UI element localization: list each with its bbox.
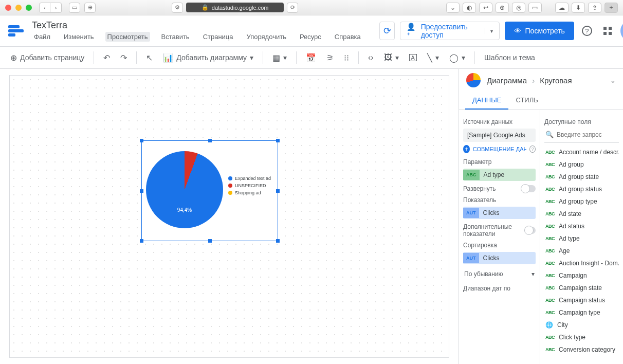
field-item[interactable]: ABCClick type xyxy=(544,331,619,343)
resize-handle[interactable] xyxy=(140,189,143,193)
field-name: Ad group state xyxy=(559,173,599,180)
expand-toggle[interactable] xyxy=(521,185,536,192)
extra-metrics-toggle[interactable] xyxy=(525,227,536,234)
undo-button[interactable]: ↶ xyxy=(99,49,114,66)
ext-2[interactable]: ↩ xyxy=(479,3,492,13)
filter-control[interactable]: ⚞ xyxy=(322,49,338,66)
date-control[interactable]: 📅 xyxy=(302,49,320,66)
data-source-chip[interactable]: [Sample] Google Ads xyxy=(463,129,536,142)
field-item[interactable]: ABCAd state xyxy=(544,208,619,220)
ext-3[interactable]: ⊕ xyxy=(496,3,509,13)
section-param: Параметр xyxy=(463,158,536,166)
menu-help[interactable]: Справка xyxy=(333,32,363,42)
resize-handle[interactable] xyxy=(276,239,280,243)
theme-button[interactable]: Шаблон и тема xyxy=(480,49,539,66)
resize-handle[interactable] xyxy=(276,139,280,142)
menu-insert[interactable]: Вставить xyxy=(159,32,192,42)
newtab-icon[interactable]: ＋ xyxy=(604,3,618,13)
close-window[interactable] xyxy=(5,5,11,11)
sort-direction-dropdown[interactable]: По убыванию ▾ xyxy=(463,267,536,281)
text-button[interactable]: A xyxy=(405,49,421,66)
app-logo[interactable] xyxy=(8,22,24,40)
maximize-window[interactable] xyxy=(26,5,32,11)
reader-button[interactable]: ⊕ xyxy=(84,3,96,13)
share-dropdown-icon[interactable]: ▾ xyxy=(485,28,493,34)
tab-data[interactable]: ДАННЫЕ xyxy=(465,92,508,110)
download-icon[interactable]: ⬇ xyxy=(572,3,585,13)
section-date: Диапазон дат по xyxy=(463,285,536,292)
data-control[interactable]: ⁝⁝ xyxy=(340,49,353,66)
menu-page[interactable]: Страница xyxy=(201,32,235,42)
view-button[interactable]: 👁 Посмотреть xyxy=(505,22,574,40)
refresh-button[interactable]: ⟳ xyxy=(379,22,395,40)
field-item[interactable]: ABCCampaign xyxy=(544,269,619,282)
field-item[interactable]: ABCAd group state xyxy=(544,171,619,183)
selected-chart[interactable]: 94,4% Expanded text ad UNSPECIFIED Shopp… xyxy=(141,140,278,241)
menu-resource[interactable]: Ресурс xyxy=(298,32,323,42)
forward-button[interactable]: › xyxy=(50,3,62,13)
resize-handle[interactable] xyxy=(208,139,212,142)
metric-chip[interactable]: AUT Clicks xyxy=(463,207,536,219)
help-button[interactable]: ? xyxy=(579,22,595,40)
tab-style[interactable]: СТИЛЬ xyxy=(508,92,545,110)
dimension-chip[interactable]: ABC Ad type xyxy=(463,169,536,181)
select-tool[interactable]: ↖ xyxy=(142,49,157,66)
user-avatar[interactable] xyxy=(620,22,623,40)
field-item[interactable]: ABCCampaign state xyxy=(544,282,619,294)
resize-handle[interactable] xyxy=(276,189,280,193)
field-item[interactable]: ABCAd type xyxy=(544,232,619,245)
line-button[interactable]: ╲▾ xyxy=(423,49,443,66)
resize-handle[interactable] xyxy=(208,239,212,243)
crumb-type: Круговая xyxy=(540,76,572,85)
image-button[interactable]: 🖼▾ xyxy=(380,49,403,66)
add-chart-button[interactable]: 📊 Добавить диаграмму ▾ xyxy=(159,49,258,66)
field-item[interactable]: ABCAd group xyxy=(544,158,619,171)
field-item[interactable]: ABCCampaign type xyxy=(544,306,619,319)
community-viz-button[interactable]: ▦▾ xyxy=(268,49,291,66)
settings-icon[interactable]: ⚙ xyxy=(172,3,183,13)
field-item[interactable]: ABCAd status xyxy=(544,220,619,232)
add-page-button[interactable]: ⊕ Добавить страницу xyxy=(6,49,88,66)
resize-handle[interactable] xyxy=(140,139,143,142)
canvas-area[interactable]: 94,4% Expanded text ad UNSPECIFIED Shopp… xyxy=(0,69,459,364)
plus-circle-icon: ⊕ xyxy=(10,53,17,63)
resize-handle[interactable] xyxy=(140,239,143,243)
document-title[interactable]: TexTerra xyxy=(32,20,363,31)
field-item[interactable]: ABCAge xyxy=(544,245,619,257)
field-item[interactable]: ABCAccount name / descr... xyxy=(544,146,619,158)
apps-grid-icon[interactable] xyxy=(600,22,615,40)
ext-pocket[interactable]: ⌄ xyxy=(446,3,460,13)
back-button[interactable]: ‹ xyxy=(39,3,50,13)
blend-data-link[interactable]: + СОВМЕЩЕНИЕ ДАННЫХ ? xyxy=(463,145,536,153)
ext-4[interactable]: ◎ xyxy=(512,3,525,13)
reload-icon[interactable]: ⟳ xyxy=(287,3,298,13)
field-item[interactable]: 🌐City xyxy=(544,319,619,331)
address-bar[interactable]: 🔒 datastudio.google.com xyxy=(186,3,284,12)
menu-edit[interactable]: Изменить xyxy=(62,32,96,42)
sidebar-toggle[interactable]: ▭ xyxy=(69,3,80,13)
field-item[interactable]: ABCConversion category xyxy=(544,343,619,356)
field-item[interactable]: ABCCampaign status xyxy=(544,294,619,306)
menu-file[interactable]: Файл xyxy=(32,32,52,42)
abc-tag: ABC xyxy=(545,335,555,340)
crumb-chart[interactable]: Диаграмма xyxy=(487,76,527,85)
share-icon[interactable]: ⇪ xyxy=(588,3,601,13)
menu-view[interactable]: Просмотреть xyxy=(105,32,150,42)
menu-arrange[interactable]: Упорядочить xyxy=(245,32,288,42)
fields-search-input[interactable] xyxy=(557,131,623,138)
embed-button[interactable]: ‹› xyxy=(364,49,378,66)
minimize-window[interactable] xyxy=(15,5,22,11)
sort-chip[interactable]: AUT Clicks xyxy=(463,252,536,264)
field-item[interactable]: ABCAuction Insight - Dom... xyxy=(544,257,619,269)
chart-type-icon[interactable] xyxy=(466,73,481,87)
share-button[interactable]: 👤⁺ Предоставить доступ ▾ xyxy=(400,22,499,40)
shape-button[interactable]: ◯▾ xyxy=(445,49,469,66)
field-item[interactable]: ABCAd group type xyxy=(544,195,619,208)
ext-1[interactable]: ◐ xyxy=(463,3,476,13)
cloud-icon[interactable]: ☁ xyxy=(555,3,569,13)
help-icon[interactable]: ? xyxy=(529,145,536,153)
field-item[interactable]: ABCAd group status xyxy=(544,183,619,195)
redo-button[interactable]: ↷ xyxy=(116,49,131,66)
ext-5[interactable]: ▭ xyxy=(528,3,542,13)
collapse-panel-icon[interactable]: ⌄ xyxy=(610,77,616,84)
